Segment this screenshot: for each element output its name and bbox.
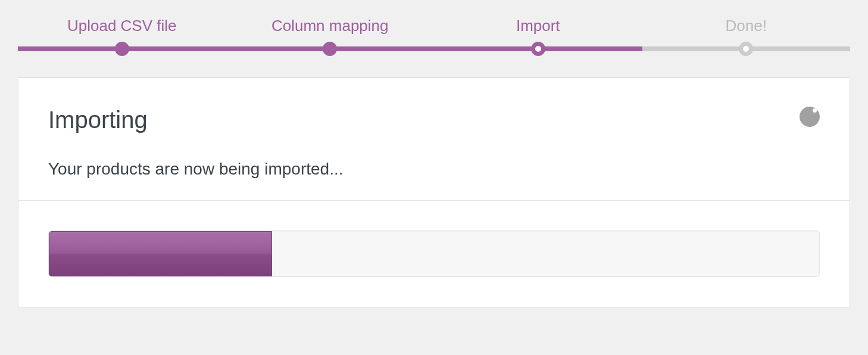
spinner-icon xyxy=(800,107,820,127)
import-card: Importing Your products are now being im… xyxy=(18,77,850,307)
card-body xyxy=(18,201,850,307)
step-done: Done! xyxy=(642,18,851,54)
page-subtitle: Your products are now being imported... xyxy=(48,160,820,179)
progress-fill xyxy=(49,231,272,276)
step-dot-pending-icon xyxy=(739,42,753,56)
step-dot-current-icon xyxy=(531,42,545,56)
stepper-steps: Upload CSV file Column mapping Import Do… xyxy=(18,18,850,54)
card-header: Importing Your products are now being im… xyxy=(18,78,850,201)
step-dot-done-icon xyxy=(115,42,129,56)
step-import: Import xyxy=(434,18,642,54)
step-label: Import xyxy=(434,18,642,33)
step-label: Column mapping xyxy=(226,18,435,33)
step-dot-done-icon xyxy=(323,42,337,56)
step-label: Upload CSV file xyxy=(18,18,226,33)
page-title: Importing xyxy=(48,107,820,133)
progress-bar xyxy=(48,231,820,277)
step-label: Done! xyxy=(642,18,851,33)
step-upload-csv: Upload CSV file xyxy=(18,18,226,54)
step-column-mapping: Column mapping xyxy=(226,18,435,54)
stepper: Upload CSV file Column mapping Import Do… xyxy=(0,0,868,60)
